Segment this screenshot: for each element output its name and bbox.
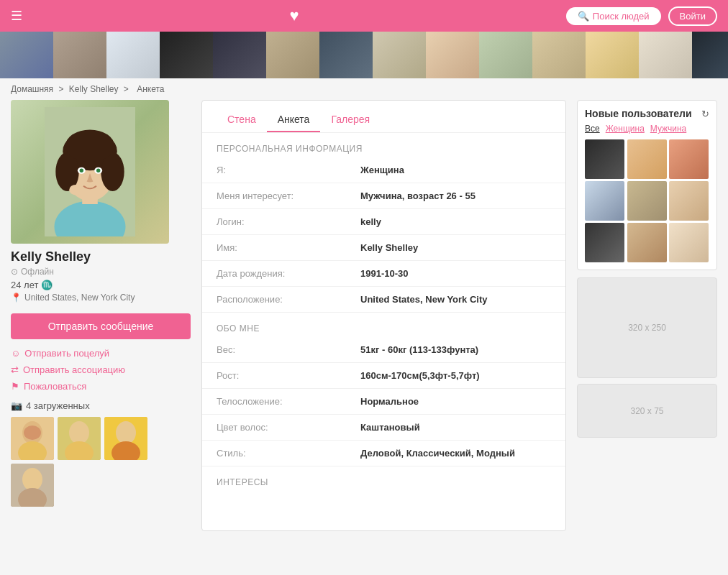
ad-large: 320 x 250 bbox=[577, 277, 717, 378]
svg-point-18 bbox=[69, 421, 89, 444]
field-label: Расположение: bbox=[202, 287, 346, 313]
filter-all[interactable]: Все bbox=[585, 124, 600, 134]
profile-portrait-svg bbox=[40, 107, 140, 236]
user-thumb-5[interactable] bbox=[627, 181, 667, 221]
table-row: Расположение:United States, New York Cit… bbox=[202, 287, 565, 313]
user-thumb-9[interactable] bbox=[669, 223, 709, 262]
new-users-header: Новые пользователи ↻ bbox=[585, 108, 709, 119]
location-text: United States, New York City bbox=[24, 293, 135, 303]
assoc-icon: ⇄ bbox=[11, 364, 19, 375]
send-message-button[interactable]: Отправить сообщение bbox=[11, 313, 191, 339]
profile-age: 24 лет ♏ bbox=[11, 280, 191, 290]
profile-photo bbox=[11, 100, 169, 244]
about-me-title: ОБО МНЕ bbox=[202, 313, 565, 337]
strip-photo-11[interactable] bbox=[532, 32, 586, 78]
new-users-box: Новые пользователи ↻ Все Женщина Мужчина bbox=[577, 100, 717, 270]
age-text: 24 лет bbox=[11, 280, 38, 290]
thumb-4[interactable] bbox=[11, 464, 54, 507]
strip-photo-13[interactable] bbox=[639, 32, 692, 78]
field-label: Дата рождения: bbox=[202, 261, 346, 287]
field-label: Меня интересует: bbox=[202, 183, 346, 209]
field-value: Нормальное bbox=[346, 389, 565, 415]
strip-photo-5[interactable] bbox=[213, 32, 266, 78]
thumb-1[interactable] bbox=[11, 417, 54, 460]
thumb-2[interactable] bbox=[58, 417, 101, 460]
right-column: Новые пользователи ↻ Все Женщина Мужчина bbox=[577, 100, 717, 531]
table-row: Телосложение:Нормальное bbox=[202, 389, 565, 415]
tab-anketa[interactable]: Анкета bbox=[267, 108, 321, 132]
strip-photo-3[interactable] bbox=[106, 32, 160, 78]
strip-photo-14[interactable] bbox=[692, 32, 728, 78]
filter-male[interactable]: Мужчина bbox=[650, 124, 686, 134]
user-thumb-2[interactable] bbox=[627, 139, 667, 179]
field-label: Логин: bbox=[202, 209, 346, 235]
field-label: Стиль: bbox=[202, 441, 346, 466]
search-button[interactable]: 🔍 Поиск людей bbox=[566, 7, 661, 25]
refresh-icon[interactable]: ↻ bbox=[701, 109, 709, 119]
profile-name: Kelly Shelley bbox=[11, 249, 191, 264]
profile-photo-inner bbox=[11, 100, 169, 244]
breadcrumb-user[interactable]: Kelly Shelley bbox=[69, 84, 119, 94]
personal-info-table: Я:ЖенщинаМеня интересует:Мужчина, возрас… bbox=[202, 157, 565, 313]
table-row: Вес:51кг - 60кг (113-133фунта) bbox=[202, 337, 565, 363]
action-links: ☺ Отправить поцелуй ⇄ Отправить ассоциац… bbox=[11, 348, 191, 392]
filter-female[interactable]: Женщина bbox=[606, 124, 645, 134]
user-thumb-6[interactable] bbox=[669, 181, 709, 221]
user-thumb-4[interactable] bbox=[585, 181, 624, 221]
strip-photo-1[interactable] bbox=[0, 32, 53, 78]
new-users-filters: Все Женщина Мужчина bbox=[585, 124, 709, 134]
table-row: Рост:160см-170см(5,3фт-5,7фт) bbox=[202, 363, 565, 389]
report-link[interactable]: ⚑ Пожаловаться bbox=[11, 381, 191, 392]
ad-large-label: 320 x 250 bbox=[628, 323, 666, 333]
strip-photo-7[interactable] bbox=[319, 32, 373, 78]
svg-point-21 bbox=[116, 421, 136, 444]
breadcrumb-home[interactable]: Домашняя bbox=[11, 84, 53, 94]
table-row: Стиль:Деловой, Классический, Модный bbox=[202, 441, 565, 466]
camera-icon: 📷 bbox=[11, 400, 22, 411]
strip-photo-4[interactable] bbox=[160, 32, 213, 78]
send-assoc-link[interactable]: ⇄ Отправить ассоциацию bbox=[11, 364, 191, 375]
svg-point-24 bbox=[22, 468, 42, 491]
strip-photo-10[interactable] bbox=[479, 32, 532, 78]
report-label: Пожаловаться bbox=[24, 381, 86, 392]
user-thumb-7[interactable] bbox=[585, 223, 624, 262]
profile-status: ⊙ Офлайн bbox=[11, 267, 191, 277]
field-label: Имя: bbox=[202, 235, 346, 261]
kiss-label: Отправить поцелуй bbox=[24, 348, 109, 359]
photo-thumbnails bbox=[11, 417, 191, 507]
thumb-3[interactable] bbox=[104, 417, 147, 460]
status-text: Офлайн bbox=[21, 267, 54, 277]
about-me-table: Вес:51кг - 60кг (113-133фунта)Рост:160см… bbox=[202, 337, 565, 466]
login-button[interactable]: Войти bbox=[668, 6, 717, 26]
field-value: 1991-10-30 bbox=[346, 261, 565, 287]
tab-gallery[interactable]: Галерея bbox=[320, 108, 381, 132]
interests-title: ИНТЕРЕСЫ bbox=[202, 466, 565, 491]
ad-small-label: 320 x 75 bbox=[630, 406, 663, 416]
send-kiss-link[interactable]: ☺ Отправить поцелуй bbox=[11, 348, 191, 359]
svg-point-12 bbox=[69, 185, 82, 195]
report-icon: ⚑ bbox=[11, 381, 19, 392]
user-thumb-8[interactable] bbox=[627, 223, 667, 262]
user-thumb-1[interactable] bbox=[585, 139, 624, 179]
menu-icon[interactable]: ☰ bbox=[11, 8, 22, 24]
user-thumb-3[interactable] bbox=[669, 139, 709, 179]
field-value: Женщина bbox=[346, 157, 565, 183]
strip-photo-12[interactable] bbox=[586, 32, 639, 78]
strip-photo-6[interactable] bbox=[266, 32, 319, 78]
field-value: Kelly Shelley bbox=[346, 235, 565, 261]
table-row: Меня интересует:Мужчина, возраст 26 - 55 bbox=[202, 183, 565, 209]
new-users-title: Новые пользователи bbox=[585, 108, 692, 119]
breadcrumb-sep1: > bbox=[58, 84, 63, 94]
photo-count: 📷 4 загруженных bbox=[11, 400, 191, 411]
strip-photo-9[interactable] bbox=[426, 32, 479, 78]
breadcrumb-current: Анкета bbox=[137, 84, 164, 94]
kiss-icon: ☺ bbox=[11, 348, 20, 359]
field-label: Цвет волос: bbox=[202, 415, 346, 441]
strip-photo-2[interactable] bbox=[53, 32, 106, 78]
location-icon: 📍 bbox=[11, 293, 22, 303]
strip-photo-8[interactable] bbox=[373, 32, 426, 78]
tab-wall[interactable]: Стена bbox=[217, 108, 267, 132]
field-value: United States, New York City bbox=[346, 287, 565, 313]
left-column: Kelly Shelley ⊙ Офлайн 24 лет ♏ 📍 United… bbox=[11, 100, 191, 531]
svg-point-15 bbox=[24, 426, 41, 440]
